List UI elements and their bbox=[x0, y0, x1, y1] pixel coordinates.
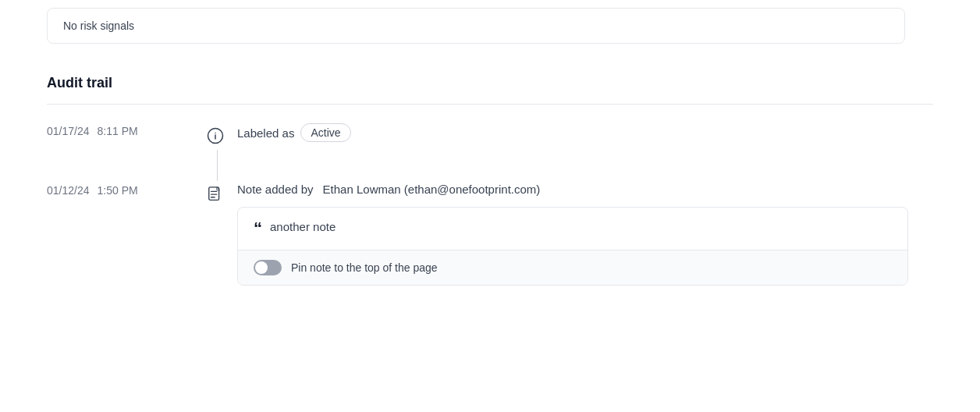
audit-trail-section: Audit trail 01/17/24 8:11 PM bbox=[47, 75, 933, 301]
audit-icon-doc bbox=[203, 183, 228, 208]
audit-entry-labeled: 01/17/24 8:11 PM Labeled as Active bbox=[47, 105, 933, 167]
risk-signals-text: No risk signals bbox=[63, 20, 134, 32]
toggle-thumb bbox=[255, 261, 268, 274]
connector-line bbox=[217, 150, 218, 181]
audit-label-row-1: Labeled as Active bbox=[237, 123, 933, 142]
audit-trail-title: Audit trail bbox=[47, 75, 933, 91]
audit-datetime-2: 01/12/24 1:50 PM bbox=[47, 183, 203, 197]
quote-icon: “ bbox=[254, 220, 262, 237]
audit-entry-1-content: Labeled as Active bbox=[237, 123, 933, 142]
info-circle-icon bbox=[207, 127, 224, 144]
pin-toggle[interactable] bbox=[254, 260, 282, 275]
status-badge-active: Active bbox=[300, 123, 350, 142]
audit-note-row: Note added by Ethan Lowman (ethan@onefoo… bbox=[237, 183, 933, 196]
audit-entries-list: 01/17/24 8:11 PM Labeled as Active bbox=[47, 105, 933, 301]
audit-entry-note: 01/12/24 1:50 PM N bbox=[47, 167, 933, 301]
svg-point-2 bbox=[215, 133, 216, 134]
note-footer: Pin note to the top of the page bbox=[238, 250, 907, 285]
audit-time-2: 1:50 PM bbox=[98, 184, 138, 197]
audit-icon-info bbox=[203, 123, 228, 148]
note-action-text: Note added by bbox=[237, 183, 314, 196]
risk-signals-bar: No risk signals bbox=[47, 8, 905, 44]
audit-action-labeled: Labeled as bbox=[237, 126, 294, 140]
note-text: another note bbox=[270, 220, 336, 233]
note-body: “ another note bbox=[238, 208, 907, 250]
pin-toggle-label: Pin note to the top of the page bbox=[291, 261, 438, 274]
audit-entry-2-content: Note added by Ethan Lowman (ethan@onefoo… bbox=[237, 183, 933, 286]
audit-date-2: 01/12/24 bbox=[47, 184, 90, 197]
note-card: “ another note Pin note to the top of th… bbox=[237, 207, 908, 286]
audit-time-1: 8:11 PM bbox=[98, 125, 138, 137]
note-author: Ethan Lowman (ethan@onefootprint.com) bbox=[323, 183, 541, 196]
audit-date-1: 01/17/24 bbox=[47, 125, 90, 137]
document-icon bbox=[208, 186, 223, 204]
audit-datetime-1: 01/17/24 8:11 PM bbox=[47, 123, 203, 137]
